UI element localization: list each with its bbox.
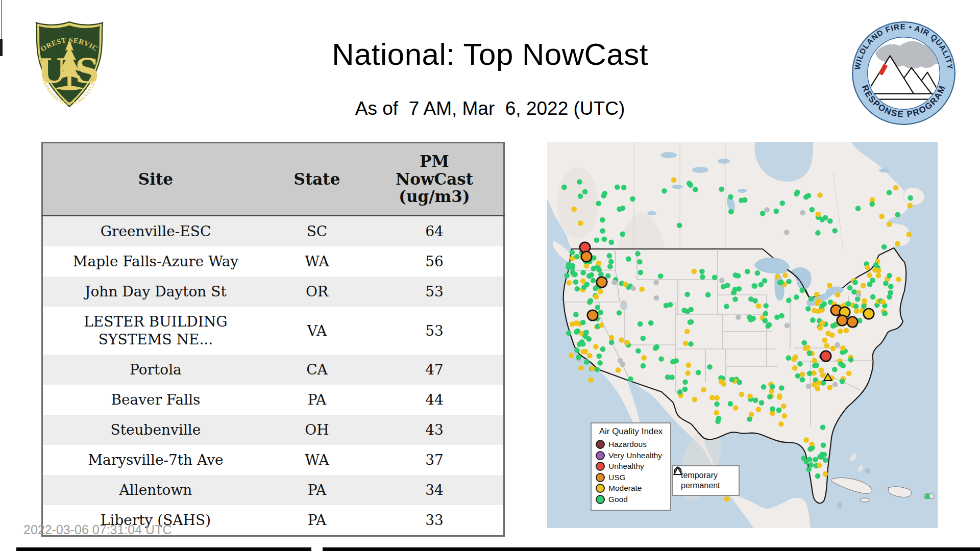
monitor-dot: [758, 282, 764, 288]
table-row: Greenville-ESCSC64: [42, 216, 504, 247]
monitor-dot: [733, 405, 739, 411]
monitor-dot: [791, 357, 797, 362]
monitor-dot: [782, 413, 788, 419]
aqi-legend-label: Good: [608, 495, 628, 504]
monitor-dot: [776, 408, 782, 413]
monitor-dot: [761, 384, 767, 390]
monitor-dot: [853, 304, 859, 309]
monitor-dot: [817, 192, 823, 198]
monitor-dot: [820, 424, 826, 430]
monitor-dot: [763, 303, 769, 309]
monitor-dot: [587, 299, 593, 305]
monitor-dot: [925, 494, 930, 499]
monitor-dot: [688, 307, 694, 313]
monitor-dot: [818, 325, 823, 331]
monitor-dot: [820, 452, 825, 457]
monitor-dot: [670, 359, 676, 365]
pm-header-line: (ug/m3): [369, 188, 500, 206]
monitor-dot: [872, 267, 878, 273]
table-header-row: Site State PM NowCast (ug/m3): [42, 143, 504, 216]
monitor-dot: [774, 315, 780, 320]
top-site-marker: [847, 317, 857, 327]
monitor-dot: [805, 306, 811, 312]
monitor-dot: [856, 292, 862, 298]
monitor-dot: [602, 191, 608, 196]
pm-value-cell: 53: [365, 277, 504, 307]
table-row: AllentownPA34: [42, 475, 504, 505]
monitor-dot: [685, 370, 691, 376]
monitor-dot: [821, 301, 827, 307]
state-cell: OH: [268, 415, 365, 445]
monitor-dot: [888, 290, 893, 295]
monitor-dot: [598, 310, 603, 315]
monitor-dot: [846, 301, 851, 307]
monitor-dot: [785, 323, 790, 329]
monitor-dot: [600, 228, 605, 234]
monitor-dot: [812, 358, 817, 363]
monitor-dot: [688, 341, 694, 347]
monitor-dot: [739, 392, 745, 397]
monitor-dot: [575, 328, 580, 334]
monitor-dot: [626, 256, 631, 262]
monitor-dot: [786, 298, 792, 304]
monitor-dot: [707, 364, 713, 370]
monitor-dot: [719, 278, 725, 283]
monitor-dot: [689, 319, 694, 325]
monitor-dot: [760, 211, 766, 216]
monitor-dot: [846, 370, 852, 376]
monitor-dot: [714, 402, 720, 407]
monitor-dot: [598, 271, 604, 277]
aqi-legend-title: Air Quality Index: [596, 427, 666, 437]
monitor-dot: [844, 328, 849, 334]
monitor-dot: [564, 273, 570, 279]
monitor-dot: [566, 331, 572, 336]
monitor-dot: [696, 370, 701, 375]
page-title: National: Top NowCast: [0, 37, 980, 72]
site-type-legend: temporarypermanent: [672, 465, 740, 496]
monitor-dot: [739, 197, 744, 203]
monitor-dot: [584, 359, 590, 365]
monitor-dot: [870, 294, 876, 300]
monitor-dot: [799, 288, 805, 293]
monitor-dot: [821, 442, 826, 448]
monitor-dot: [816, 212, 821, 217]
monitor-dot: [616, 367, 621, 373]
monitor-dot: [573, 312, 579, 317]
monitor-dot: [764, 207, 770, 213]
state-cell: OR: [268, 277, 365, 307]
monitor-dot: [840, 345, 846, 351]
monitor-dot: [608, 240, 614, 245]
monitor-dot: [580, 270, 586, 276]
monitor-dot: [630, 196, 635, 202]
monitor-dot: [908, 203, 913, 209]
top-nowcast-table: Site State PM NowCast (ug/m3) Greenville…: [41, 142, 505, 537]
monitor-dot: [621, 185, 627, 190]
monitor-dot: [594, 237, 600, 243]
monitor-dot: [748, 317, 754, 323]
monitor-dot: [619, 337, 624, 343]
monitor-dot: [816, 381, 822, 386]
monitor-dot: [832, 367, 838, 372]
monitor-dot: [908, 195, 913, 201]
monitor-dot: [795, 373, 801, 379]
monitor-dot: [827, 385, 832, 390]
monitor-dot: [574, 347, 580, 353]
monitor-dot: [638, 321, 643, 327]
newfoundland-island: [903, 188, 924, 205]
monitor-dot: [781, 404, 787, 409]
monitor-dot: [782, 272, 788, 278]
aqi-legend-label: Unhealthy: [608, 462, 644, 471]
monitor-dot: [574, 254, 580, 260]
top-site-marker: [597, 277, 607, 287]
monitor-dot: [854, 309, 860, 314]
hazardous-dot-icon: [596, 440, 605, 449]
monitor-dot: [705, 292, 711, 298]
monitor-dot: [801, 456, 806, 461]
monitor-dot: [600, 346, 606, 352]
page: { "header": { "title": "National: Top No…: [0, 0, 980, 551]
monitor-dot: [893, 185, 899, 191]
monitor-dot: [817, 462, 822, 468]
monitor-dot: [653, 280, 659, 285]
monitor-dot: [808, 296, 814, 302]
monitor-dot: [752, 283, 757, 289]
